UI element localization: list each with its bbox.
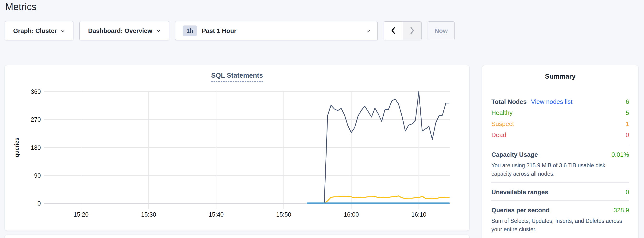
prev-time-button[interactable]: [384, 22, 402, 40]
chevron-down-icon: [61, 29, 65, 33]
queries-per-second-description: Sum of Selects, Updates, Inserts, and De…: [492, 217, 626, 233]
time-step-button-group: [384, 21, 422, 40]
graph-dropdown-label: Graph: Cluster: [13, 27, 57, 35]
divider: [492, 182, 629, 183]
total-nodes-cell: Total NodesView nodes list: [492, 98, 572, 105]
page-title: Metrics: [5, 2, 36, 12]
svg-text:16:00: 16:00: [344, 211, 359, 218]
healthy-value: 5: [626, 109, 629, 116]
dead-value: 0: [626, 131, 629, 139]
chevron-down-icon: [366, 29, 370, 33]
divider: [492, 145, 629, 145]
total-nodes-label: Total Nodes: [492, 98, 527, 105]
chevron-down-icon: [156, 29, 160, 33]
unavailable-ranges-value: 0: [626, 188, 629, 196]
suspect-nodes-row: Suspect 1: [492, 118, 629, 129]
sql-statements-chart-card: SQL Statements 15:2015:3015:4015:5016:00…: [5, 65, 469, 230]
sql-statements-chart: 15:2015:3015:4015:5016:0016:100901802703…: [5, 65, 469, 230]
svg-text:15:50: 15:50: [276, 211, 291, 218]
suspect-value: 1: [626, 120, 629, 128]
graph-dropdown[interactable]: Graph: Cluster: [5, 21, 74, 40]
suspect-label: Suspect: [492, 120, 514, 128]
time-range-badge: 1h: [182, 26, 197, 36]
metrics-page: { "page": { "title": "Metrics", "backgro…: [0, 0, 644, 238]
dead-label: Dead: [492, 131, 506, 139]
time-range-picker[interactable]: 1h Past 1 Hour: [175, 21, 378, 40]
summary-panel: Summary Total NodesView nodes list 6 Hea…: [482, 65, 638, 238]
total-nodes-value: 6: [626, 98, 629, 105]
svg-text:16:10: 16:10: [411, 211, 426, 218]
chevron-left-icon: [390, 27, 396, 35]
view-nodes-list-link[interactable]: View nodes list: [531, 98, 572, 105]
svg-text:0: 0: [38, 200, 41, 207]
next-time-button[interactable]: [402, 22, 421, 40]
now-button[interactable]: Now: [428, 21, 455, 40]
svg-text:queries: queries: [14, 138, 20, 157]
queries-per-second-value: 328.9: [614, 206, 629, 214]
toolbar: Graph: Cluster Dashboard: Overview 1h Pa…: [5, 21, 455, 40]
dashboard-dropdown-label: Dashboard: Overview: [88, 27, 152, 35]
svg-text:15:20: 15:20: [74, 211, 89, 218]
dead-nodes-row: Dead 0: [492, 129, 629, 140]
unavailable-ranges-label: Unavailable ranges: [492, 188, 548, 196]
svg-text:180: 180: [31, 144, 41, 151]
capacity-usage-section: Capacity Usage 0.01% You are using 315.9…: [492, 151, 629, 178]
queries-per-second-section: Queries per second 328.9 Sum of Selects,…: [492, 206, 629, 233]
divider: [492, 200, 629, 201]
dashboard-dropdown[interactable]: Dashboard: Overview: [80, 21, 169, 40]
svg-text:360: 360: [31, 88, 41, 95]
healthy-label: Healthy: [492, 109, 512, 116]
healthy-nodes-row: Healthy 5: [492, 107, 629, 118]
svg-text:15:40: 15:40: [209, 211, 224, 218]
chevron-right-icon: [409, 27, 416, 35]
svg-text:90: 90: [34, 172, 41, 179]
capacity-usage-label: Capacity Usage: [492, 151, 538, 158]
capacity-usage-value: 0.01%: [611, 151, 629, 158]
unavailable-ranges-section: Unavailable ranges 0: [492, 188, 629, 196]
next-chart-card-partial: [5, 235, 469, 238]
total-nodes-row: Total NodesView nodes list 6: [492, 96, 629, 107]
svg-text:270: 270: [31, 116, 41, 123]
queries-per-second-label: Queries per second: [492, 206, 550, 214]
time-range-label: Past 1 Hour: [202, 27, 236, 35]
svg-text:15:30: 15:30: [141, 211, 156, 218]
summary-title: Summary: [492, 73, 629, 80]
capacity-usage-description: You are using 315.9 MiB of 3.6 TiB usabl…: [492, 161, 626, 178]
